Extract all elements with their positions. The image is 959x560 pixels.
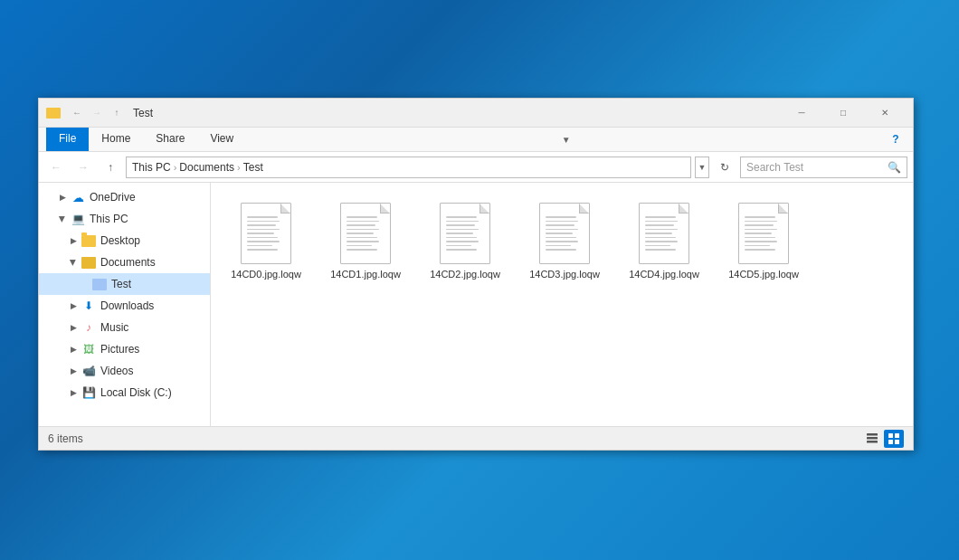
view-details-button[interactable] bbox=[862, 430, 882, 448]
desktop-label: Desktop bbox=[100, 234, 140, 247]
file-name-3: 14CD3.jpg.loqw bbox=[529, 268, 600, 280]
sidebar-item-videos[interactable]: ▶ 📹 Videos bbox=[39, 360, 210, 382]
file-name-1: 14CD1.jpg.loqw bbox=[330, 268, 401, 280]
expand-arrow-downloads: ▶ bbox=[68, 300, 79, 311]
downloads-icon: ⬇ bbox=[81, 298, 97, 314]
path-documents: Documents bbox=[179, 161, 234, 174]
ribbon-expand[interactable]: ▼ bbox=[556, 128, 576, 151]
expand-arrow-videos: ▶ bbox=[68, 365, 79, 376]
file-item-3[interactable]: 14CD3.jpg.loqw bbox=[524, 194, 605, 286]
ribbon-help[interactable]: ? bbox=[886, 128, 906, 151]
svg-rect-6 bbox=[895, 440, 899, 444]
file-name-0: 14CD0.jpg.loqw bbox=[231, 268, 301, 280]
sidebar-item-localdisk[interactable]: ▶ 💾 Local Disk (C:) bbox=[39, 382, 210, 403]
minimize-button[interactable]: ─ bbox=[781, 99, 822, 128]
nav-up-button[interactable]: ↑ bbox=[99, 156, 122, 179]
file-name-4: 14CD4.jpg.loqw bbox=[629, 268, 699, 280]
pictures-icon: 🖼 bbox=[81, 341, 97, 357]
tab-home[interactable]: Home bbox=[89, 128, 143, 151]
file-icon-4 bbox=[635, 199, 693, 264]
svg-rect-2 bbox=[867, 441, 878, 443]
expand-arrow-onedrive: ▶ bbox=[57, 192, 68, 203]
sidebar-item-test[interactable]: ▶ Test bbox=[39, 273, 210, 295]
file-item-1[interactable]: 14CD1.jpg.loqw bbox=[325, 194, 406, 286]
test-label: Test bbox=[111, 278, 131, 290]
videos-label: Videos bbox=[100, 365, 133, 377]
address-bar: ← → ↑ This PC › Documents › Test ▼ ↻ Sea… bbox=[39, 152, 913, 183]
item-count: 6 items bbox=[48, 432, 83, 445]
file-icon-5 bbox=[735, 199, 793, 264]
pictures-label: Pictures bbox=[100, 343, 139, 356]
path-sep-1: › bbox=[174, 162, 177, 173]
view-tiles-button[interactable] bbox=[884, 430, 904, 448]
nav-forward-button[interactable]: → bbox=[71, 156, 95, 179]
localdisk-label: Local Disk (C:) bbox=[100, 386, 172, 399]
file-item-0[interactable]: 14CD0.jpg.loqw bbox=[225, 194, 307, 286]
sidebar-item-documents[interactable]: ▶ Documents bbox=[39, 252, 210, 273]
expand-arrow-documents: ▶ bbox=[68, 257, 79, 268]
file-item-2[interactable]: 14CD2.jpg.loqw bbox=[424, 194, 506, 286]
sidebar-item-thispc[interactable]: ▶ 💻 This PC bbox=[39, 208, 210, 230]
content-area: ▶ ☁ OneDrive ▶ 💻 This PC ▶ Desktop ▶ Doc… bbox=[39, 183, 913, 426]
expand-arrow-desktop: ▶ bbox=[68, 235, 79, 246]
svg-rect-5 bbox=[888, 440, 893, 444]
file-name-2: 14CD2.jpg.loqw bbox=[430, 268, 500, 280]
address-refresh-button[interactable]: ↻ bbox=[713, 156, 736, 179]
onedrive-label: OneDrive bbox=[90, 191, 136, 204]
close-button[interactable]: ✕ bbox=[864, 99, 906, 128]
svg-rect-3 bbox=[888, 433, 893, 438]
nav-back-button[interactable]: ← bbox=[44, 156, 68, 179]
file-icon-0 bbox=[237, 199, 295, 264]
file-icon-2 bbox=[436, 199, 494, 264]
music-label: Music bbox=[100, 321, 128, 334]
title-folder-icon bbox=[46, 106, 61, 120]
expand-arrow-pictures: ▶ bbox=[68, 344, 79, 355]
tab-view[interactable]: View bbox=[197, 128, 246, 151]
thispc-label: This PC bbox=[90, 213, 128, 225]
desktop-folder-icon bbox=[81, 233, 97, 249]
file-item-4[interactable]: 14CD4.jpg.loqw bbox=[623, 194, 705, 286]
downloads-label: Downloads bbox=[100, 299, 154, 312]
expand-arrow-thispc: ▶ bbox=[57, 214, 68, 224]
maximize-button[interactable]: □ bbox=[822, 99, 864, 128]
address-path[interactable]: This PC › Documents › Test bbox=[126, 157, 691, 178]
title-bar: ← → ↑ Test ─ □ ✕ bbox=[39, 99, 913, 128]
window-title: Test bbox=[133, 107, 781, 119]
documents-folder-icon bbox=[81, 254, 97, 271]
tab-share[interactable]: Share bbox=[143, 128, 197, 151]
videos-icon: 📹 bbox=[81, 363, 97, 379]
ribbon: File Home Share View ▼ ? bbox=[39, 128, 913, 152]
address-dropdown-button[interactable]: ▼ bbox=[695, 157, 709, 178]
window-controls: ─ □ ✕ bbox=[781, 99, 906, 128]
sidebar-item-desktop[interactable]: ▶ Desktop bbox=[39, 230, 210, 252]
tab-file[interactable]: File bbox=[46, 128, 89, 151]
documents-label: Documents bbox=[100, 256, 156, 269]
path-thispc: This PC bbox=[132, 161, 171, 174]
path-test: Test bbox=[243, 161, 263, 174]
onedrive-icon: ☁ bbox=[70, 189, 86, 205]
quick-access-icons: ← → ↑ bbox=[68, 104, 126, 122]
expand-arrow-localdisk: ▶ bbox=[68, 387, 79, 398]
svg-rect-0 bbox=[867, 433, 878, 436]
qa-up-icon[interactable]: ↑ bbox=[108, 104, 126, 122]
qa-back-icon[interactable]: ← bbox=[68, 104, 86, 122]
search-box[interactable]: Search Test 🔍 bbox=[740, 157, 907, 178]
expand-arrow-music: ▶ bbox=[68, 322, 79, 333]
svg-rect-1 bbox=[867, 437, 878, 440]
pc-icon: 💻 bbox=[70, 211, 86, 227]
qa-forward-icon[interactable]: → bbox=[88, 104, 106, 122]
file-name-5: 14CD5.jpg.loqw bbox=[728, 268, 799, 280]
sidebar-item-downloads[interactable]: ▶ ⬇ Downloads bbox=[39, 295, 210, 317]
file-pane: 14CD0.jpg.loqw14CD1.jpg.loqw14CD2.jpg.lo… bbox=[211, 183, 913, 426]
sidebar-item-onedrive[interactable]: ▶ ☁ OneDrive bbox=[39, 186, 210, 208]
search-placeholder: Search Test bbox=[746, 161, 888, 174]
sidebar-item-pictures[interactable]: ▶ 🖼 Pictures bbox=[39, 338, 210, 360]
status-bar: 6 items bbox=[39, 426, 913, 450]
disk-icon: 💾 bbox=[81, 384, 97, 401]
file-icon-1 bbox=[337, 199, 394, 264]
sidebar-item-music[interactable]: ▶ ♪ Music bbox=[39, 317, 210, 338]
search-icon[interactable]: 🔍 bbox=[888, 161, 901, 174]
file-item-5[interactable]: 14CD5.jpg.loqw bbox=[723, 194, 804, 286]
music-icon: ♪ bbox=[81, 319, 97, 336]
svg-rect-4 bbox=[895, 433, 899, 438]
